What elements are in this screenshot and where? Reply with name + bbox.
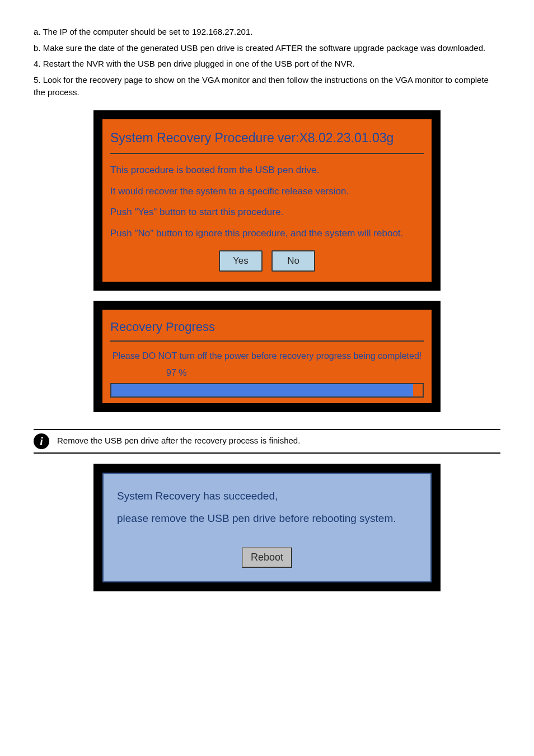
screenshot-recovery-progress: Recovery Progress Please DO NOT turn off… [93,301,441,412]
progress-title: Recovery Progress [110,315,424,342]
recovery-progress-panel: Recovery Progress Please DO NOT turn off… [102,310,432,403]
instruction-b: b. Make sure the date of the generated U… [34,42,500,55]
instruction-step-4: 4. Restart the NVR with the USB pen driv… [34,58,500,71]
recovery-line-4: Push "No" button to ignore this procedur… [110,223,424,244]
instruction-step-5: 5. Look for the recovery page to show on… [34,74,500,99]
screenshot-recovery-success: System Recovery has succeeded, please re… [93,464,441,591]
note-text: Remove the USB pen drive after the recov… [57,435,300,447]
reboot-row: Reboot [117,530,417,568]
screenshot-recovery-prompt: System Recovery Procedure ver:X8.02.23.0… [93,110,441,291]
recovery-line-3: Push "Yes" button to start this procedur… [110,202,424,223]
recovery-prompt-panel: System Recovery Procedure ver:X8.02.23.0… [102,119,432,282]
progress-bar [110,383,424,398]
recovery-line-2: It would recover the system to a specifi… [110,181,424,202]
instruction-block: a. The IP of the computer should be set … [34,26,500,99]
success-line-1: System Recovery has succeeded, [117,485,417,508]
progress-percent-label: 97 % [166,365,424,383]
note-row: i Remove the USB pen drive after the rec… [34,433,500,449]
divider-bottom [34,452,500,454]
progress-bar-fill [111,384,413,396]
recovery-title: System Recovery Procedure ver:X8.02.23.0… [110,125,424,155]
reboot-button[interactable]: Reboot [242,547,292,568]
info-icon: i [34,433,49,449]
instruction-a: a. The IP of the computer should be set … [34,26,500,39]
success-line-2: please remove the USB pen drive before r… [117,507,417,530]
recovery-line-1: This procedure is booted from the USB pe… [110,160,424,181]
divider-top [34,429,500,430]
recovery-button-row: Yes No [110,244,424,272]
progress-message: Please DO NOT turn off the power before … [110,347,424,365]
yes-button[interactable]: Yes [219,250,263,272]
success-panel: System Recovery has succeeded, please re… [102,473,432,582]
no-button[interactable]: No [271,250,315,272]
